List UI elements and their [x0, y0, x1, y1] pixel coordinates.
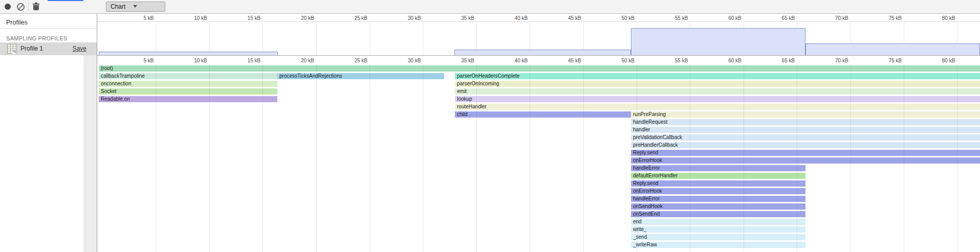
ruler-tick-label: 30 kB	[382, 15, 421, 21]
flame-bar-handler[interactable]: handler	[631, 127, 980, 133]
chevron-down-icon	[133, 5, 137, 8]
ruler-tick-label: 45 kB	[542, 58, 581, 63]
ruler-tick-label: 30 kB	[382, 58, 421, 63]
grid-line	[690, 64, 690, 252]
ruler-tick-label: 45 kB	[542, 15, 581, 21]
grid-line	[797, 64, 797, 252]
record-icon[interactable]	[5, 4, 11, 10]
overview-area-step	[99, 52, 278, 55]
flame-bar-readable-on[interactable]: Readable.on	[99, 96, 277, 102]
flame-bar-defaulterrorhandler[interactable]: defaultErrorHandler	[631, 173, 805, 179]
grid-line	[209, 22, 210, 55]
flame-bar-writeraw[interactable]: _writeRaw	[631, 242, 805, 248]
flame-bar-reply-send[interactable]: Reply.send	[631, 150, 980, 156]
flame-bar-send[interactable]: _send	[631, 234, 805, 240]
devtools-memory-panel: Chart Profiles SAMPLING PROFILES % Profi…	[0, 0, 980, 252]
grid-line	[369, 22, 370, 55]
view-mode-value: Chart	[111, 3, 125, 10]
profile-name: Profile 1	[20, 45, 43, 52]
flame-bar-runpreparsing[interactable]: runPreParsing	[631, 111, 980, 118]
grid-line	[156, 22, 156, 55]
sidebar-scroll-track[interactable]	[83, 55, 97, 252]
ruler-tick-label: 15 kB	[222, 58, 260, 63]
grid-line	[476, 64, 477, 252]
flame-bar-emit[interactable]: emit	[455, 88, 980, 95]
ruler-tick-label: 75 kB	[863, 15, 902, 21]
flame-bar-handleerror[interactable]: handleError	[631, 165, 805, 171]
sampling-profiles-section-header: SAMPLING PROFILES	[6, 35, 67, 41]
flame-bar-callbacktrampoline[interactable]: callbackTrampoline	[99, 73, 277, 79]
ruler-tick-label: 25 kB	[329, 58, 367, 63]
ruler-tick-label: 70 kB	[810, 58, 848, 63]
flame-bar-socket[interactable]: Socket	[99, 88, 277, 95]
flame-bar-reply-send[interactable]: Reply.send	[631, 180, 805, 187]
flame-bar-prehandlercallback[interactable]: preHandlerCallback	[631, 142, 980, 148]
ruler-tick-label: 10 kB	[168, 58, 207, 63]
sampling-profile-icon: %	[7, 44, 16, 54]
active-tab-indicator	[48, 0, 83, 1]
ruler-tick-label: 35 kB	[435, 58, 474, 63]
grid-line	[316, 22, 317, 55]
flame-bar-handlerequest[interactable]: handleRequest	[631, 119, 980, 125]
flame-bar-onconnection[interactable]: onconnection	[99, 81, 277, 87]
grid-line	[156, 64, 156, 252]
grid-line	[209, 64, 210, 252]
ruler-tick-label: 20 kB	[275, 15, 314, 21]
grid-line	[957, 64, 957, 252]
memory-overview-pane[interactable]	[97, 22, 980, 55]
grid-line	[744, 64, 744, 252]
sidebar-divider	[0, 28, 97, 29]
flame-bar-root[interactable]: (root)	[99, 65, 980, 72]
ruler-tick-label: 75 kB	[863, 58, 902, 63]
flame-bar-parseronincoming[interactable]: parserOnIncoming	[455, 81, 980, 87]
view-mode-select[interactable]: Chart	[106, 2, 165, 12]
ruler-tick-label: 80 kB	[916, 58, 955, 63]
sidebar-title: Profiles	[6, 19, 28, 26]
allocation-flame-chart[interactable]: (root)callbackTrampolineprocessTicksAndR…	[97, 64, 980, 252]
overview-area-step	[805, 43, 980, 55]
flame-bar-onerrorhook[interactable]: onErrorHook	[631, 188, 805, 194]
overview-area-step	[631, 28, 805, 55]
flame-bar-write[interactable]: write_	[631, 226, 805, 233]
flame-bar-end[interactable]: end	[631, 219, 805, 225]
flame-bar-onsendhook[interactable]: onSendHook	[631, 203, 805, 210]
flame-bar-processticksandrejections[interactable]: processTicksAndRejections	[277, 73, 444, 79]
flame-bar-handleerror[interactable]: handleError	[631, 196, 805, 202]
ruler-tick-label: 55 kB	[649, 15, 688, 21]
flame-bar-child[interactable]: child	[455, 111, 631, 118]
grid-line	[423, 64, 423, 252]
grid-line	[530, 64, 530, 252]
flame-bar-onerrorhook[interactable]: onErrorHook	[631, 157, 980, 164]
clear-icon[interactable]	[17, 3, 25, 11]
profiles-sidebar: Profiles SAMPLING PROFILES % Profile 1 S…	[0, 14, 97, 252]
ruler-tick-label: 65 kB	[756, 58, 795, 63]
ruler-tick-label: 10 kB	[168, 15, 207, 21]
flame-bar-prevalidationcallback[interactable]: preValidationCallback	[631, 134, 980, 141]
grid-line	[263, 22, 263, 55]
ruler-tick-label: 35 kB	[435, 15, 474, 21]
flame-bar-lookup[interactable]: lookup	[455, 96, 980, 102]
flame-bar-onsendend[interactable]: onSendEnd	[631, 211, 805, 217]
ruler-tick-label: 65 kB	[756, 15, 795, 21]
flame-bar-routehandler[interactable]: routeHandler	[455, 104, 980, 110]
grid-line	[904, 64, 904, 252]
ruler-tick-label: 5 kB	[115, 15, 154, 21]
allocation-chart-area: 5 kB10 kB15 kB20 kB25 kB30 kB35 kB40 kB4…	[97, 14, 980, 252]
grid-line	[423, 22, 423, 55]
ruler-tick-label: 50 kB	[596, 58, 635, 63]
grid-line	[316, 64, 317, 252]
save-profile-link[interactable]: Save	[73, 45, 86, 52]
ruler-tick-label: 60 kB	[703, 15, 742, 21]
ruler-tick-label: 40 kB	[489, 15, 528, 21]
ruler-tick-label: 25 kB	[329, 15, 367, 21]
overview-area-step	[454, 50, 631, 55]
ruler-tick-label: 15 kB	[222, 15, 260, 21]
grid-line	[369, 64, 370, 252]
flame-bar-parseronheaderscomplete[interactable]: parserOnHeadersComplete	[455, 73, 980, 79]
delete-profile-icon[interactable]	[33, 3, 39, 11]
sidebar-item-profile-1[interactable]: % Profile 1 Save	[0, 42, 97, 55]
ruler-tick-label: 40 kB	[489, 58, 528, 63]
ruler-tick-label: 20 kB	[275, 58, 314, 63]
ruler-tick-label: 70 kB	[810, 15, 848, 21]
grid-line	[583, 64, 584, 252]
